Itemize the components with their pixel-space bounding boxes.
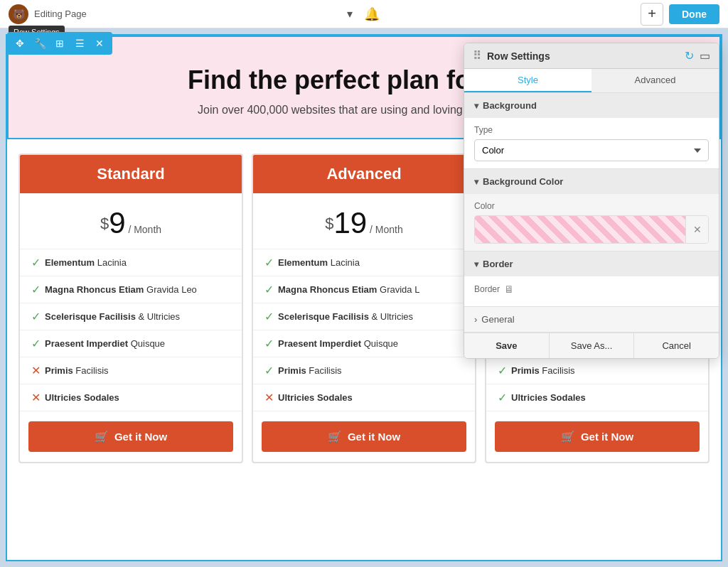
get-it-now-button-pro[interactable]: 🛒 Get it Now: [495, 421, 700, 452]
drag-handle-icon[interactable]: ⠿: [473, 49, 481, 63]
card-header-standard: Standard: [20, 155, 242, 193]
general-section: › General: [464, 307, 719, 333]
chevron-right-icon: ›: [474, 314, 477, 325]
save-button[interactable]: Save: [464, 333, 550, 358]
type-select[interactable]: Color Gradient Image Video Slideshow: [474, 139, 709, 161]
feature-item: ✓Ultricies Sodales: [486, 384, 708, 411]
clear-color-button[interactable]: ✕: [685, 216, 708, 243]
card-btn-wrap-standard: 🛒 Get it Now: [20, 411, 242, 462]
save-as-button[interactable]: Save As...: [550, 333, 635, 358]
cart-icon: 🛒: [561, 430, 575, 443]
panel-header: ⠿ Row Settings ↻ ▭: [464, 43, 719, 69]
card-features-standard: ✓Elementum Lacinia ✓Magna Rhoncus Etiam …: [20, 249, 242, 411]
chevron-icon: ▾: [474, 259, 478, 269]
card-price-advanced: $19 / Month: [253, 193, 475, 249]
type-label: Type: [474, 125, 709, 135]
border-label: Border: [483, 259, 513, 269]
general-section-header[interactable]: › General: [464, 307, 719, 332]
chevron-icon: ▾: [474, 177, 478, 187]
border-field-group: Border 🖥: [464, 276, 719, 306]
color-swatch-wrap: ✕: [474, 215, 709, 244]
background-color-section-header[interactable]: ▾ Background Color: [464, 169, 719, 194]
feature-item: ✓Elementum Lacinia: [20, 249, 242, 276]
background-label: Background: [483, 100, 537, 111]
pricing-card-standard: Standard $9 / Month ✓Elementum Lacinia ✓…: [18, 153, 243, 463]
color-field-group: Color ✕: [464, 194, 719, 251]
feature-item: ✓Primis Facilisis: [253, 357, 475, 384]
border-section-header[interactable]: ▾ Border: [464, 252, 719, 276]
feature-item: ✓Primis Facilisis: [486, 357, 708, 384]
top-bar-right: + Done: [641, 3, 719, 26]
panel-footer: Save Save As... Cancel: [464, 333, 719, 358]
pricing-card-advanced: Advanced $19 / Month ✓Elementum Lacinia …: [252, 153, 476, 463]
feature-item: ✓Magna Rhoncus Etiam Gravida L: [253, 276, 475, 303]
general-label: General: [481, 314, 514, 325]
floating-toolbar: ✥ 🔧 ⊞ ☰ ✕: [7, 32, 112, 55]
feature-item: ✓Praesent Imperdiet Quisque: [20, 330, 242, 357]
feature-item: ✕Ultricies Sodales: [20, 384, 242, 411]
panel-content: ▾ Background Type Color Gradient Image V…: [464, 93, 719, 333]
cart-icon: 🛒: [95, 430, 109, 443]
feature-item: ✓Elementum Lacinia: [253, 249, 475, 276]
feature-item: ✓Magna Rhoncus Etiam Gravida Leo: [20, 276, 242, 303]
device-icon: 🖥: [504, 284, 514, 295]
feature-item: ✕Ultricies Sodales: [253, 384, 475, 411]
chevron-down-icon[interactable]: ▾: [347, 7, 353, 21]
type-field-group: Type Color Gradient Image Video Slidesho…: [464, 118, 719, 168]
border-inner-label: Border 🖥: [474, 284, 709, 295]
duplicate-icon[interactable]: ⊞: [51, 35, 68, 52]
chevron-icon: ▾: [474, 101, 478, 111]
tab-advanced[interactable]: Advanced: [592, 69, 719, 92]
add-button[interactable]: +: [641, 3, 663, 26]
card-features-advanced: ✓Elementum Lacinia ✓Magna Rhoncus Etiam …: [253, 249, 475, 411]
bell-icon[interactable]: 🔔: [364, 6, 380, 22]
feature-item: ✕Primis Facilisis: [20, 357, 242, 384]
edit-icon[interactable]: 🔧: [31, 35, 48, 52]
tab-style[interactable]: Style: [464, 69, 592, 92]
refresh-icon[interactable]: ↻: [685, 49, 694, 63]
row-settings-panel: ⠿ Row Settings ↻ ▭ Style Advanced ▾ Back…: [464, 43, 719, 359]
minimize-icon[interactable]: ▭: [700, 49, 710, 63]
menu-icon[interactable]: ☰: [71, 35, 88, 52]
avatar: 🐻 Row Settings: [9, 4, 28, 24]
top-bar-left: 🐻 Row Settings Editing Page: [9, 4, 87, 24]
feature-item: ✓Scelerisque Facilisis & Ultricies: [20, 303, 242, 330]
panel-header-icons: ↻ ▭: [685, 49, 710, 63]
background-section: ▾ Background Type Color Gradient Image V…: [464, 93, 719, 169]
cancel-button[interactable]: Cancel: [634, 333, 719, 358]
card-header-advanced: Advanced: [253, 155, 475, 193]
card-btn-wrap-advanced: 🛒 Get it Now: [253, 411, 475, 462]
close-icon[interactable]: ✕: [91, 35, 108, 52]
color-label: Color: [474, 201, 709, 211]
color-swatch[interactable]: [475, 216, 685, 243]
panel-tabs: Style Advanced: [464, 69, 719, 93]
top-bar: 🐻 Row Settings Editing Page ▾ 🔔 + Done: [0, 0, 728, 28]
page-title: Editing Page: [34, 9, 87, 19]
panel-title: ⠿ Row Settings: [473, 49, 550, 63]
background-color-section: ▾ Background Color Color ✕: [464, 169, 719, 252]
get-it-now-button-advanced[interactable]: 🛒 Get it Now: [262, 421, 466, 452]
card-btn-wrap-pro: 🛒 Get it Now: [486, 411, 708, 462]
top-bar-center: ▾ 🔔: [347, 6, 380, 22]
get-it-now-button-standard[interactable]: 🛒 Get it Now: [28, 421, 233, 452]
background-color-label: Background Color: [483, 176, 563, 187]
border-section: ▾ Border Border 🖥: [464, 252, 719, 307]
done-button[interactable]: Done: [669, 4, 719, 24]
cart-icon: 🛒: [328, 430, 342, 443]
feature-item: ✓Scelerisque Facilisis & Ultricies: [253, 303, 475, 330]
feature-item: ✓Praesent Imperdiet Quisque: [253, 330, 475, 357]
move-icon[interactable]: ✥: [11, 35, 28, 52]
card-price-standard: $9 / Month: [20, 193, 242, 249]
background-section-header[interactable]: ▾ Background: [464, 93, 719, 118]
